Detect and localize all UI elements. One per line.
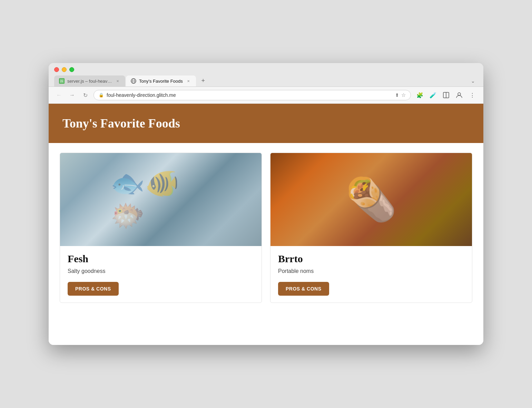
page-content: Tony's Favorite Foods Fesh Salty goodnes…	[49, 104, 483, 345]
star-icon[interactable]: ☆	[401, 92, 406, 98]
toolbar-icons: 🧩 🧪 ⋮	[414, 90, 478, 101]
traffic-lights	[54, 67, 478, 72]
tab-close-active-icon[interactable]: ✕	[186, 78, 191, 84]
page-header: Tony's Favorite Foods	[49, 104, 483, 143]
user-profile-icon[interactable]	[454, 90, 465, 101]
tab-label: server.js – foul-heavenly-di...	[67, 79, 112, 84]
address-bar: ← → ↻ 🔒 foul-heavenly-direction.glitch.m…	[49, 87, 483, 104]
refresh-button[interactable]: ↻	[80, 90, 90, 100]
pros-cons-button-fesh[interactable]: PROS & CONS	[68, 282, 119, 296]
minimize-button[interactable]	[62, 67, 67, 72]
lock-icon: 🔒	[99, 93, 104, 98]
tab-close-icon[interactable]: ✕	[115, 78, 120, 84]
maximize-button[interactable]	[69, 67, 74, 72]
code-file-icon: JS	[59, 78, 65, 84]
food-info-fesh: Fesh Salty goodness PROS & CONS	[60, 246, 262, 303]
extensions-icon[interactable]: 🧩	[414, 90, 425, 101]
tab-label-active: Tony's Favorite Foods	[139, 79, 183, 84]
tabs-row: JS server.js – foul-heavenly-di... ✕ Ton…	[54, 75, 478, 86]
tab-chevron-icon[interactable]: ⌄	[468, 77, 478, 85]
url-text: foul-heavenly-direction.glitch.me	[107, 92, 392, 98]
page-title: Tony's Favorite Foods	[62, 116, 470, 131]
more-menu-icon[interactable]: ⋮	[467, 90, 478, 101]
globe-icon	[131, 78, 136, 84]
pros-cons-button-brrto[interactable]: PROS & CONS	[278, 282, 329, 296]
food-card-fesh: Fesh Salty goodness PROS & CONS	[60, 153, 262, 303]
url-bar[interactable]: 🔒 foul-heavenly-direction.glitch.me ⬆ ☆	[93, 90, 411, 100]
food-desc-fesh: Salty goodness	[68, 268, 254, 274]
tab-tonys-foods[interactable]: Tony's Favorite Foods ✕	[126, 75, 196, 86]
browser-window: JS server.js – foul-heavenly-di... ✕ Ton…	[49, 63, 483, 345]
split-view-icon[interactable]	[441, 90, 452, 101]
svg-point-8	[458, 93, 461, 95]
food-name-brrto: Brrto	[278, 253, 464, 265]
forward-button[interactable]: →	[67, 90, 77, 100]
food-image-fesh	[60, 153, 262, 246]
new-tab-button[interactable]: +	[198, 75, 208, 86]
food-grid: Fesh Salty goodness PROS & CONS Brrto Po…	[49, 143, 483, 313]
title-bar: JS server.js – foul-heavenly-di... ✕ Ton…	[49, 63, 483, 87]
close-button[interactable]	[54, 67, 59, 72]
share-icon[interactable]: ⬆	[395, 92, 399, 98]
flask-icon[interactable]: 🧪	[427, 90, 439, 101]
back-button[interactable]: ←	[54, 90, 64, 100]
svg-text:JS: JS	[60, 80, 63, 83]
tab-server-js[interactable]: JS server.js – foul-heavenly-di... ✕	[54, 75, 125, 86]
food-image-brrto	[270, 153, 472, 246]
food-name-fesh: Fesh	[68, 253, 254, 265]
url-actions: ⬆ ☆	[395, 92, 406, 98]
food-desc-brrto: Portable noms	[278, 268, 464, 274]
food-card-brrto: Brrto Portable noms PROS & CONS	[270, 153, 472, 303]
food-info-brrto: Brrto Portable noms PROS & CONS	[270, 246, 472, 303]
